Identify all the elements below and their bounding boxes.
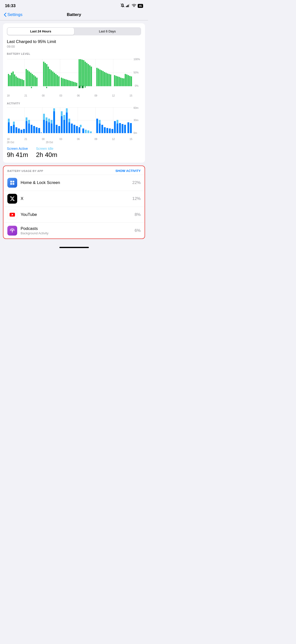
svg-rect-121 (41, 132, 41, 133)
svg-rect-16 (9, 75, 10, 86)
svg-rect-47 (64, 79, 65, 86)
activity-chart-container: 60m 30m 0m 18 21 00 03 06 09 12 15 2 (7, 106, 141, 144)
svg-rect-173 (12, 183, 14, 185)
svg-rect-147 (82, 128, 84, 133)
svg-rect-20 (15, 76, 17, 86)
svg-rect-124 (46, 121, 47, 133)
svg-rect-144 (76, 126, 78, 133)
svg-rect-23 (20, 79, 21, 86)
back-label: Settings (7, 12, 22, 17)
svg-rect-118 (33, 126, 35, 133)
app-row-youtube[interactable]: YouTube 8% (3, 206, 145, 222)
svg-rect-27 (27, 70, 28, 86)
svg-rect-126 (48, 122, 50, 133)
svg-rect-136 (63, 120, 65, 133)
time-segment-control[interactable]: Last 24 Hours Last 6 Days (7, 27, 141, 35)
svg-rect-24 (21, 79, 23, 86)
svg-rect-156 (106, 128, 108, 133)
svg-rect-30 (32, 74, 33, 86)
svg-rect-131 (53, 108, 55, 111)
svg-rect-65 (96, 68, 97, 86)
tab-last-24-hours[interactable]: Last 24 Hours (7, 28, 74, 35)
svg-rect-44 (58, 76, 60, 86)
svg-rect-35 (45, 63, 46, 86)
charge-info: Last Charged to 95% Limit 09:00 (7, 39, 141, 48)
svg-rect-83 (126, 74, 127, 86)
svg-rect-59 (83, 60, 84, 86)
podcasts-sub: Background Activity (21, 231, 131, 235)
svg-rect-164 (124, 125, 126, 133)
back-button[interactable]: Settings (4, 12, 22, 17)
svg-rect-85 (129, 76, 130, 86)
svg-rect-166 (130, 123, 132, 133)
screen-active-value: 9h 41m (7, 151, 28, 159)
svg-rect-21 (17, 78, 18, 86)
home-lock-info: Home & Lock Screen (21, 180, 129, 185)
svg-point-5 (134, 7, 134, 7)
svg-rect-104 (8, 122, 9, 133)
svg-rect-70 (104, 72, 105, 86)
svg-text:60m: 60m (134, 106, 138, 109)
page-title: Battery (67, 12, 81, 17)
status-time: 16:33 (5, 4, 15, 8)
nav-divider (0, 20, 148, 20)
svg-rect-171 (12, 181, 14, 182)
svg-rect-73 (108, 74, 110, 86)
battery-chart-container: 100% 50% 0% 18 21 00 03 06 09 12 15 (7, 57, 141, 97)
svg-rect-157 (109, 128, 111, 133)
svg-rect-19 (14, 74, 15, 86)
svg-rect-4 (129, 4, 130, 7)
svg-rect-25 (23, 80, 24, 86)
activity-label: ACTIVITY (7, 102, 141, 105)
svg-rect-17 (11, 73, 12, 86)
podcasts-name: Podcasts (21, 226, 131, 231)
svg-rect-80 (122, 78, 123, 86)
svg-rect-152 (99, 124, 101, 133)
svg-rect-60 (85, 62, 86, 86)
svg-rect-69 (102, 71, 104, 86)
svg-rect-160 (117, 124, 118, 133)
app-row-podcasts[interactable]: Podcasts Background Activity 6% (3, 222, 145, 238)
tab-last-6-days[interactable]: Last 6 Days (74, 28, 141, 35)
svg-rect-67 (99, 70, 101, 86)
main-content: Last 24 Hours Last 6 Days Last Charged t… (0, 23, 148, 239)
podcasts-info: Podcasts Background Activity (21, 226, 131, 235)
usage-title: BATTERY USAGE BY APP (7, 170, 43, 172)
svg-rect-87 (31, 87, 32, 88)
svg-rect-62 (88, 64, 89, 86)
screen-idle-legend: Screen Idle 2h 40m (36, 147, 57, 159)
svg-rect-135 (61, 111, 63, 116)
activity-section: ACTIVITY (7, 102, 141, 144)
svg-rect-122 (43, 120, 45, 133)
svg-rect-52 (71, 81, 73, 86)
svg-rect-43 (57, 75, 58, 86)
battery-level-label: BATTERY LEVEL (7, 52, 141, 55)
svg-rect-172 (10, 183, 12, 185)
home-lock-percent: 22% (132, 180, 141, 185)
show-activity-button[interactable]: SHOW ACTIVITY (115, 169, 141, 173)
svg-rect-48 (65, 79, 66, 86)
screen-idle-value: 2h 40m (36, 151, 57, 159)
svg-rect-129 (51, 120, 52, 124)
svg-rect-81 (123, 78, 124, 86)
svg-rect-72 (107, 74, 108, 86)
svg-rect-22 (18, 78, 20, 86)
screen-active-legend: Screen Active 9h 41m (7, 147, 28, 159)
svg-rect-51 (70, 81, 71, 86)
app-row-home-lock[interactable]: Home & Lock Screen 22% (3, 175, 145, 190)
app-row-x[interactable]: X 12% (3, 190, 145, 206)
x-app-info: X (21, 196, 129, 201)
svg-rect-15 (8, 74, 9, 86)
svg-rect-39 (51, 70, 52, 86)
screen-active-label: Screen Active (7, 147, 28, 150)
svg-rect-64 (91, 66, 92, 86)
svg-rect-127 (48, 119, 50, 122)
svg-rect-33 (36, 78, 37, 86)
svg-rect-2 (127, 6, 128, 7)
x-app-icon (7, 194, 17, 204)
svg-rect-29 (30, 73, 31, 86)
svg-rect-158 (111, 129, 113, 133)
youtube-icon (7, 210, 17, 220)
svg-rect-49 (67, 80, 68, 86)
svg-rect-148 (85, 130, 87, 133)
